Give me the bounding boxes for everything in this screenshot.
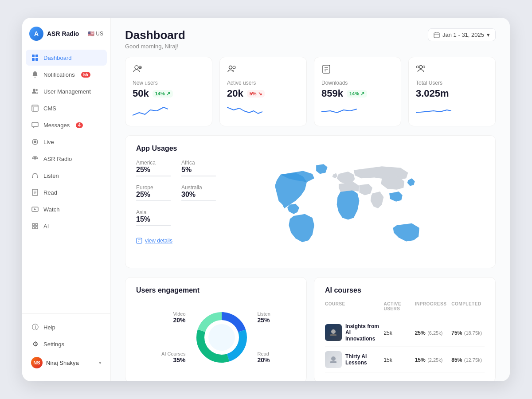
stat-sparkline (416, 103, 488, 119)
sidebar-item-label: Listen (43, 172, 59, 179)
svg-rect-0 (32, 55, 35, 57)
new-users-icon (133, 64, 205, 76)
course-completed: 85% (12.75k) (451, 356, 485, 364)
stat-sparkline (227, 103, 299, 119)
svg-rect-21 (32, 223, 35, 226)
stat-value: 859k (321, 88, 343, 99)
brand-name: ASR Radio (47, 30, 79, 37)
usage-label: Africa (181, 160, 216, 166)
svg-point-40 (423, 66, 425, 68)
sidebar-item-live[interactable]: Live (26, 134, 107, 150)
date-range-picker[interactable]: Jan 1 - 31, 2025 ▾ (428, 28, 496, 41)
user-profile-row[interactable]: NS Niraj Shakya ▾ (26, 353, 107, 372)
sidebar-item-ai[interactable]: AI (26, 218, 107, 234)
sidebar-item-cms[interactable]: CMS (26, 100, 107, 116)
view-details-link[interactable]: view details (136, 238, 216, 244)
sidebar-item-dashboard[interactable]: Dashboard (26, 50, 107, 66)
sidebar-item-label: Watch (43, 206, 59, 213)
live-icon (31, 138, 39, 146)
svg-rect-9 (32, 122, 38, 127)
sidebar-item-label: Settings (43, 341, 64, 348)
stat-value: 50k (133, 88, 149, 99)
donut-labels-right: Listen 25% Read 20% (258, 311, 270, 364)
svg-point-4 (33, 89, 35, 91)
settings-icon: ⚙ (31, 340, 39, 348)
read-icon (31, 188, 39, 196)
usage-label: America (136, 160, 171, 166)
downloads-icon (321, 64, 394, 76)
stats-row: New users 50k 14% ↗ Active users (111, 57, 510, 135)
avatar: NS (31, 357, 43, 368)
sidebar-bottom: ⓘ Help ⚙ Settings NS Niraj Shakya ▾ (22, 313, 110, 372)
stat-label: New users (133, 80, 205, 86)
donut-label-listen: Listen 25% (258, 311, 270, 324)
cms-icon (31, 104, 39, 112)
dashboard-icon (31, 54, 39, 62)
calendar-icon (434, 32, 440, 38)
app-usages-content: America 25% Africa 5% Europe (136, 160, 485, 259)
bell-icon (31, 70, 39, 78)
sidebar-item-user-management[interactable]: User Management (26, 83, 107, 99)
usage-label: Australia (181, 184, 216, 191)
svg-rect-42 (137, 238, 142, 243)
date-range-label: Jan 1 - 31, 2025 (442, 31, 484, 38)
svg-point-39 (419, 66, 422, 69)
svg-rect-6 (32, 105, 38, 111)
svg-point-12 (34, 158, 36, 160)
course-inprogress: 25% (6.25k) (415, 329, 448, 336)
stat-card-active-users: Active users 20k 5% ↘ (219, 57, 307, 126)
sidebar-item-label: Live (43, 139, 54, 145)
user-management-icon (31, 87, 39, 95)
table-row: Thirty AI Lessons 15k 15% (2.25k) 85% (1… (325, 347, 485, 373)
stat-label: Downloads (321, 80, 394, 86)
main-header: Dashboard Good morning, Niraj! Jan 1 - 3… (111, 18, 510, 57)
sidebar-item-settings[interactable]: ⚙ Settings (26, 336, 107, 352)
donut-label-video: Video 20% (161, 311, 185, 324)
usages-stats: America 25% Africa 5% Europe (136, 160, 216, 259)
sidebar-item-label: AI (43, 223, 49, 230)
sidebar-item-label: Help (43, 324, 55, 331)
sidebar-item-asr-radio[interactable]: ASR Radio (26, 151, 107, 167)
course-info: Insights from AI Innovations (325, 323, 380, 342)
courses-table-header: Course Active Users InProgress Completed (325, 301, 485, 315)
svg-point-29 (135, 66, 138, 69)
app-usages-title: App Usages (136, 145, 485, 153)
svg-rect-14 (37, 176, 38, 178)
sidebar-item-help[interactable]: ⓘ Help (26, 319, 107, 335)
sidebar-nav: Dashboard Notifications 55 User Manageme… (22, 50, 110, 308)
usage-item-australia: Australia 30% (181, 184, 216, 201)
stat-sparkline (133, 103, 205, 119)
stat-value-row: 20k 5% ↘ (227, 88, 299, 99)
svg-marker-20 (34, 208, 36, 210)
usage-value: 25% (136, 166, 171, 174)
sidebar-item-notifications[interactable]: Notifications 55 (26, 66, 107, 82)
svg-rect-1 (35, 55, 38, 57)
usage-label: Europe (136, 184, 171, 191)
stat-value: 3.025m (416, 88, 449, 99)
engagement-section: Users engagement Video 20% AI Courses 35… (125, 277, 307, 381)
course-thumb (325, 324, 342, 341)
view-details-label: view details (145, 238, 172, 244)
help-icon: ⓘ (31, 323, 39, 331)
svg-point-33 (229, 66, 232, 69)
sidebar-item-listen[interactable]: Listen (26, 168, 107, 184)
chevron-down-icon: ▾ (99, 360, 102, 366)
brand-logo: A (29, 27, 43, 41)
app-container: A ASR Radio 🇺🇸 US Dashboard Notification… (22, 18, 510, 381)
sidebar-item-label: User Management (43, 88, 91, 95)
course-name: Insights from AI Innovations (345, 323, 380, 342)
notifications-badge: 55 (81, 72, 90, 78)
active-users-icon (227, 64, 299, 76)
svg-rect-55 (330, 361, 336, 363)
table-row: Insights from AI Innovations 25k 25% (6.… (325, 319, 485, 347)
stat-card-downloads: Downloads 859k 14% ↗ (314, 57, 401, 126)
svg-rect-3 (35, 58, 38, 61)
sidebar-item-read[interactable]: Read (26, 184, 107, 200)
sidebar-item-messages[interactable]: Messages 4 (26, 117, 107, 133)
sidebar-item-label: Dashboard (43, 55, 72, 61)
svg-point-41 (417, 66, 419, 68)
svg-point-10 (34, 141, 36, 143)
total-users-icon (416, 64, 488, 76)
watch-icon (31, 205, 39, 213)
sidebar-item-watch[interactable]: Watch (26, 201, 107, 217)
